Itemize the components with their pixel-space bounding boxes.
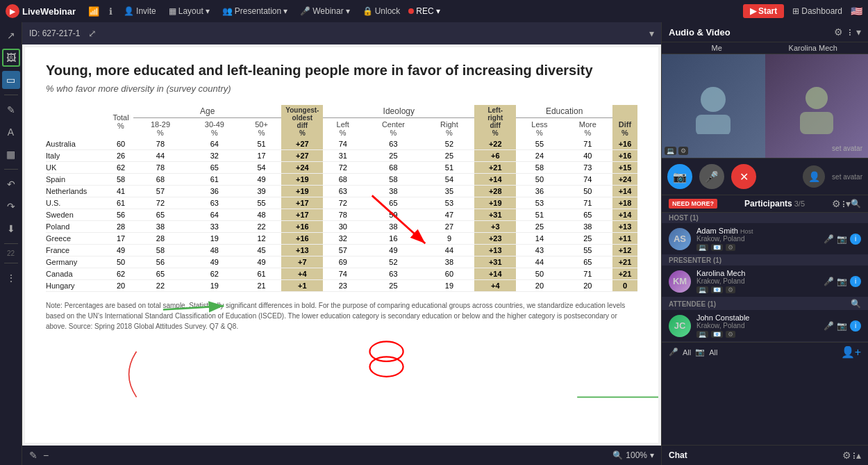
- bulk-controls-row: 🎤 All 📷 All 👤+: [662, 342, 868, 361]
- flag-icon: 🇺🇸: [851, 6, 862, 17]
- minus-icon[interactable]: −: [43, 450, 49, 461]
- canvas-collapse-icon[interactable]: ▾: [649, 28, 654, 39]
- webinar-icon: 🎤: [300, 6, 310, 16]
- participant-name-adam: Adam Smith Host: [696, 227, 818, 235]
- start-button[interactable]: ▶ Start: [743, 4, 784, 18]
- expand-icon[interactable]: ⤢: [85, 26, 99, 40]
- set-avatar-text-2[interactable]: set avatar: [832, 173, 862, 181]
- download-tool[interactable]: ⬇: [2, 220, 20, 238]
- mic-icon-all[interactable]: 🎤: [669, 348, 678, 357]
- presentation-button[interactable]: 👥 Presentation ▾: [218, 5, 292, 17]
- rec-dot: [408, 8, 414, 14]
- camera-on-icon[interactable]: 📷: [837, 234, 847, 244]
- pencil-icon[interactable]: ✎: [29, 450, 37, 461]
- rec-indicator[interactable]: REC ▾: [408, 6, 440, 16]
- page-number: 22: [7, 250, 15, 257]
- play-icon: ▶: [750, 6, 756, 16]
- layout-button[interactable]: ▦ Layout ▾: [165, 5, 214, 17]
- settings-icon[interactable]: ⚙: [834, 26, 843, 38]
- participants-more-icon[interactable]: ⫶: [841, 198, 846, 209]
- text-tool[interactable]: A: [2, 123, 20, 141]
- grid-tool[interactable]: ▦: [2, 145, 20, 163]
- all-label-1: All: [683, 348, 691, 357]
- chat-settings-icon[interactable]: ⚙: [842, 450, 851, 461]
- need-more-badge[interactable]: NEED MORE?: [669, 199, 717, 209]
- image-tool[interactable]: 🖼: [2, 49, 20, 67]
- attendee-search-icon[interactable]: 🔍: [851, 299, 861, 309]
- main-area: ↗ 🖼 ▭ ✎ A ▦ ↶ ↷ ⬇ 22 ⋮ ID: 627-217-1 ⤢ ▾: [0, 22, 868, 465]
- participant-avatar-john: JC: [669, 315, 691, 337]
- table-row: Germany50564949+7695238+314465+21: [46, 256, 637, 268]
- participants-search-icon[interactable]: 🔍: [851, 199, 861, 209]
- dashboard-button[interactable]: ⊞ Dashboard: [788, 5, 846, 17]
- pen-tool[interactable]: ✎: [2, 101, 20, 119]
- zoom-indicator: 🔍 100% ▾: [612, 450, 654, 460]
- grid-icon: ⊞: [792, 6, 799, 16]
- chat-expand-icon[interactable]: ▴: [856, 450, 861, 461]
- participants-count: 3/5: [794, 199, 805, 208]
- mic-muted-icon-j[interactable]: 🎤: [824, 321, 834, 331]
- svg-rect-8: [696, 115, 731, 134]
- set-avatar-label[interactable]: set avatar: [832, 145, 862, 152]
- select-tool[interactable]: ↗: [2, 26, 20, 44]
- presentation-icon: 👥: [222, 6, 233, 16]
- info-icon-k[interactable]: i: [850, 276, 861, 287]
- participants-settings-icon[interactable]: ⚙: [832, 198, 841, 209]
- top-navigation: ▶ LiveWebinar 📶 ℹ 👤 Invite ▦ Layout ▾ 👥 …: [0, 0, 868, 22]
- camera-on-icon-k[interactable]: 📷: [837, 277, 847, 286]
- collapse-icon[interactable]: ▾: [856, 26, 861, 38]
- video-karolina: set avatar: [765, 54, 869, 158]
- table-row: UK62786554+24726851+215873+15: [46, 162, 637, 174]
- zoom-chevron[interactable]: ▾: [650, 450, 654, 460]
- avatar-settings[interactable]: 👤: [803, 165, 825, 188]
- table-row: U.S.61726355+17726553+195371+18: [46, 197, 637, 209]
- video-controls: 📷 🎤 ✕ 👤 set avatar: [662, 158, 868, 195]
- participant-avatar-adam: AS: [669, 228, 691, 250]
- chat-more-icon[interactable]: ⫶: [851, 450, 856, 461]
- participants-collapse-icon[interactable]: ▾: [846, 198, 851, 209]
- participant-controls-karolina: 🎤 📷 i: [824, 276, 861, 287]
- table-row: Spain58686149+19685854+145074+24: [46, 174, 637, 186]
- mic-button[interactable]: 🎤: [699, 164, 724, 189]
- audio-video-header: Audio & Video ⚙ ⫶ ▾: [662, 22, 868, 42]
- svg-point-3: [369, 357, 403, 376]
- chevron-down-icon: ▾: [436, 6, 440, 16]
- invite-icon: 👤: [124, 6, 134, 16]
- rectangle-tool[interactable]: ▭: [2, 71, 20, 89]
- unlock-button[interactable]: 🔒 Unlock: [358, 5, 405, 17]
- camera-icon-all[interactable]: 📷: [695, 348, 705, 357]
- info-icon: ℹ: [106, 6, 115, 17]
- participant-info-karolina: Karolina Mech Krakow, Poland 💻 📧 ⚙: [696, 269, 818, 293]
- webinar-button[interactable]: 🎤 Webinar ▾: [296, 5, 353, 17]
- toolbar-separator: [4, 95, 18, 95]
- svg-point-2: [369, 341, 403, 361]
- invite-button[interactable]: 👤 Invite: [119, 5, 160, 17]
- participant-name-karolina: Karolina Mech: [696, 269, 818, 277]
- mic-on-icon-k[interactable]: 🎤: [824, 277, 834, 286]
- toolbar-separator-2: [4, 169, 18, 170]
- mic-muted-icon[interactable]: 🎤: [824, 234, 834, 244]
- info-icon-j[interactable]: i: [850, 320, 861, 332]
- video-me: 💻 ⚙: [662, 54, 765, 158]
- more-tool[interactable]: ⋮: [2, 269, 20, 287]
- chat-footer: Chat ⚙ ⫶ ▴: [662, 445, 868, 465]
- presenter-section-label: PRESENTER (1): [662, 255, 868, 266]
- canvas-area: ID: 627-217-1 ⤢ ▾: [22, 22, 661, 465]
- canvas-id: ID: 627-217-1: [29, 28, 80, 38]
- redo-tool[interactable]: ↷: [2, 197, 20, 215]
- camera-button[interactable]: 📷: [667, 164, 692, 189]
- add-participant-icon[interactable]: 👤+: [841, 345, 861, 359]
- more-icon[interactable]: ⫶: [847, 26, 852, 38]
- table-note: Note: Percentages are based on total sam…: [46, 300, 637, 332]
- participants-bar: NEED MORE? Participants 3/5 ⚙ ⫶ ▾ 🔍: [662, 195, 868, 213]
- chevron-down-icon: ▾: [206, 6, 210, 16]
- undo-tool[interactable]: ↶: [2, 175, 20, 193]
- participants-title: Participants: [744, 199, 792, 209]
- table-row: Australia60786451+27746352+225571+16: [46, 138, 637, 150]
- layout-icon: ▦: [169, 6, 176, 16]
- info-icon-adam[interactable]: i: [850, 234, 861, 245]
- participant-location-karolina: Krakow, Poland: [696, 277, 818, 285]
- table-row: Netherlands41573639+19633835+283650+14: [46, 186, 637, 197]
- camera-on-icon-j[interactable]: 📷: [837, 321, 847, 331]
- hangup-button[interactable]: ✕: [731, 164, 756, 189]
